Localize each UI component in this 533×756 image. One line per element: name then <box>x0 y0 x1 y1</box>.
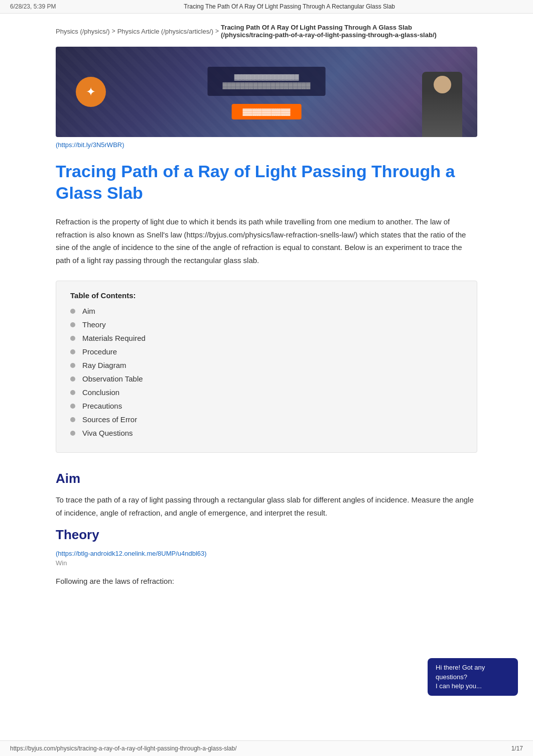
theory-win-row: Win <box>56 559 477 571</box>
toc-link-procedure[interactable]: Procedure <box>82 347 117 356</box>
main-content: Physics (/physics/) > Physics Article (/… <box>41 14 492 616</box>
toc-bullet <box>70 363 75 368</box>
toc-link-materials[interactable]: Materials Required <box>82 334 146 342</box>
datetime: 6/28/23, 5:39 PM <box>10 3 56 10</box>
browser-tab-title: Tracing The Path Of A Ray Of Light Passi… <box>56 3 523 10</box>
intro-paragraph: Refraction is the property of light due … <box>56 215 477 267</box>
banner-text-block: ▓▓▓▓▓▓▓▓▓▓▓▓▓▓▓▓ ▓▓▓▓▓▓▓▓▓▓▓▓▓▓▓▓▓▓▓▓ <box>208 67 326 96</box>
banner-image: ✦ ▓▓▓▓▓▓▓▓▓▓▓▓▓▓▓▓ ▓▓▓▓▓▓▓▓▓▓▓▓▓▓▓▓▓▓▓▓ … <box>56 47 477 137</box>
toc-item-aim[interactable]: Aim <box>70 307 463 315</box>
toc-item-precautions[interactable]: Precautions <box>70 402 463 410</box>
table-of-contents: Table of Contents: Aim Theory Materials … <box>56 281 477 453</box>
breadcrumb-sep-1: > <box>112 28 115 35</box>
toc-bullet <box>70 404 75 409</box>
breadcrumb-current: Tracing Path Of A Ray Of Light Passing T… <box>221 24 437 39</box>
theory-heading: Theory <box>56 527 477 543</box>
aim-section: Aim To trace the path of a ray of light … <box>56 471 477 519</box>
toc-bullet <box>70 376 75 382</box>
toc-bullet <box>70 431 75 436</box>
toc-link-sources-of-error[interactable]: Sources of Error <box>82 415 137 424</box>
theory-win-label: Win <box>56 559 67 567</box>
toc-bullet <box>70 417 75 422</box>
toc-item-procedure[interactable]: Procedure <box>70 347 463 356</box>
breadcrumb-sep-2: > <box>215 28 219 35</box>
toc-link-viva-questions[interactable]: Viva Questions <box>82 429 133 437</box>
toc-item-theory[interactable]: Theory <box>70 320 463 329</box>
toc-link-aim[interactable]: Aim <box>82 307 95 315</box>
aim-text: To trace the path of a ray of light pass… <box>56 493 477 519</box>
toc-link-observation-table[interactable]: Observation Table <box>82 374 143 383</box>
breadcrumb-physics[interactable]: Physics (/physics/) <box>56 28 110 35</box>
banner-cta-button[interactable]: ▓▓▓▓▓▓▓▓▓▓ <box>232 104 302 119</box>
toc-bullet <box>70 309 75 314</box>
browser-top-bar: 6/28/23, 5:39 PM Tracing The Path Of A R… <box>0 0 533 14</box>
toc-item-observation-table[interactable]: Observation Table <box>70 374 463 383</box>
breadcrumb-articles[interactable]: Physics Article (/physics/articles/) <box>117 28 213 35</box>
toc-bullet <box>70 390 75 395</box>
toc-bullet <box>70 349 75 354</box>
page-title: Tracing Path of a Ray of Light Passing T… <box>56 161 477 203</box>
toc-link-ray-diagram[interactable]: Ray Diagram <box>82 361 126 369</box>
toc-link-conclusion[interactable]: Conclusion <box>82 388 119 397</box>
aim-heading: Aim <box>56 471 477 486</box>
toc-link-theory[interactable]: Theory <box>82 320 106 329</box>
banner-person-image <box>422 72 462 137</box>
banner-icon: ✦ <box>76 77 106 107</box>
theory-section: Theory (https://btlg-androidk12.onelink.… <box>56 527 477 588</box>
toc-bullet <box>70 322 75 327</box>
toc-item-ray-diagram[interactable]: Ray Diagram <box>70 361 463 369</box>
theory-intro-text: Following are the laws of refraction: <box>56 575 477 588</box>
toc-title: Table of Contents: <box>70 291 463 300</box>
toc-item-conclusion[interactable]: Conclusion <box>70 388 463 397</box>
toc-link-precautions[interactable]: Precautions <box>82 402 122 410</box>
toc-list: Aim Theory Materials Required Procedure … <box>70 307 463 437</box>
toc-bullet <box>70 336 75 341</box>
theory-external-link[interactable]: (https://btlg-androidk12.onelink.me/8UMP… <box>56 550 477 557</box>
breadcrumb: Physics (/physics/) > Physics Article (/… <box>56 24 477 39</box>
toc-item-materials[interactable]: Materials Required <box>70 334 463 342</box>
external-link[interactable]: (https://bit.ly/3N5rWBR) <box>56 141 477 149</box>
toc-item-viva-questions[interactable]: Viva Questions <box>70 429 463 437</box>
toc-item-sources-of-error[interactable]: Sources of Error <box>70 415 463 424</box>
